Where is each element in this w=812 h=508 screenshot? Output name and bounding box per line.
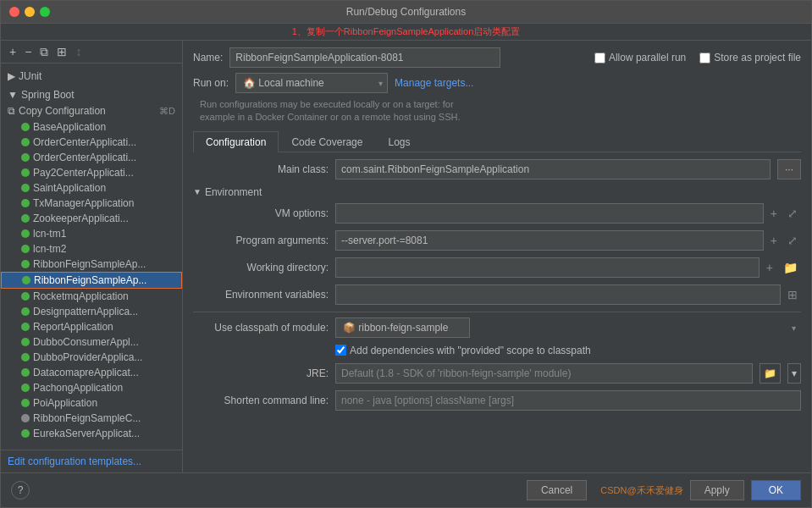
list-item[interactable]: PachongApplication xyxy=(1,380,182,395)
add-config-button[interactable]: + xyxy=(6,44,19,59)
store-as-project-checkbox[interactable] xyxy=(699,52,710,64)
run-on-select[interactable]: 🏠 Local machine xyxy=(235,73,388,93)
main-content: + − ⧉ ⊞ ↕ ▶ JUnit ▼ Spring xyxy=(1,41,811,472)
allow-parallel-label: Allow parallel run xyxy=(609,52,686,64)
action-buttons: Cancel CSDN@禾禾爱健身 Apply OK xyxy=(527,480,801,500)
cancel-button[interactable]: Cancel xyxy=(527,480,587,500)
folder-button[interactable]: ⊞ xyxy=(53,44,70,59)
env-vars-browse-button[interactable]: ⊞ xyxy=(784,286,801,303)
item-label: PoiApplication xyxy=(33,397,97,409)
list-item[interactable]: SaintApplication xyxy=(1,180,182,196)
environment-section-header[interactable]: ▼ Environment xyxy=(193,186,801,198)
list-item[interactable]: RocketmqApplication xyxy=(1,289,182,304)
list-item[interactable]: TxManagerApplication xyxy=(1,196,182,211)
classpath-wrapper: 📦 ribbon-feign-sample xyxy=(335,318,801,338)
list-item[interactable]: DatacomapreApplicat... xyxy=(1,365,182,380)
jre-input[interactable] xyxy=(335,363,753,384)
main-class-browse-button[interactable]: ··· xyxy=(777,159,801,179)
copy-config-label: Copy Configuration xyxy=(19,105,106,117)
dialog-title: Run/Debug Configurations xyxy=(346,6,466,18)
list-item[interactable]: DesignpatternApplica... xyxy=(1,304,182,319)
header-checkboxes: Allow parallel run Store as project file xyxy=(594,52,801,64)
jre-browse-button[interactable]: 📁 xyxy=(760,363,781,384)
run-icon xyxy=(21,292,30,301)
sidebar-tree: ▶ JUnit ▼ Spring Boot ⧉ Copy Configurati… xyxy=(1,64,182,450)
bottom-bar: ? Cancel CSDN@禾禾爱健身 Apply OK xyxy=(1,472,811,507)
apply-button[interactable]: Apply xyxy=(690,480,744,500)
item-label: RibbonFeignSampleAp... xyxy=(34,274,146,286)
junit-group-header[interactable]: ▶ JUnit xyxy=(1,69,182,84)
list-item[interactable]: OrderCenterApplicati... xyxy=(1,135,182,150)
run-icon xyxy=(21,184,30,192)
list-item[interactable]: RibbonFeignSampleC... xyxy=(1,411,182,426)
ok-button[interactable]: OK xyxy=(751,480,801,500)
spring-group-header[interactable]: ▼ Spring Boot xyxy=(1,87,182,102)
working-dir-label: Working directory: xyxy=(193,262,329,273)
minimize-button[interactable] xyxy=(25,7,35,17)
sort-button: ↕ xyxy=(72,44,85,59)
jre-row: JRE: 📁 ▾ xyxy=(193,363,801,384)
copy-config-button[interactable]: ⧉ xyxy=(36,44,52,59)
name-input[interactable] xyxy=(229,47,500,68)
run-on-row: Run on: 🏠 Local machine Manage targets..… xyxy=(193,73,801,93)
tab-logs[interactable]: Logs xyxy=(375,131,423,152)
tab-configuration[interactable]: Configuration xyxy=(193,131,279,152)
remove-config-button[interactable]: − xyxy=(21,44,35,59)
program-args-add-button[interactable]: + xyxy=(767,232,781,249)
tab-code-coverage[interactable]: Code Coverage xyxy=(279,131,375,152)
junit-arrow: ▶ xyxy=(8,70,15,82)
list-item[interactable]: ReportApplication xyxy=(1,319,182,334)
shorten-row: Shorten command line: xyxy=(193,390,801,411)
copy-config-row[interactable]: ⧉ Copy Configuration ⌘D xyxy=(1,102,182,119)
vm-options-field-group: + ⤢ xyxy=(335,203,801,224)
run-icon xyxy=(21,245,30,253)
classpath-select[interactable]: 📦 ribbon-feign-sample xyxy=(335,318,470,338)
program-args-expand-button[interactable]: ⤢ xyxy=(784,232,801,249)
env-vars-field-group: ⊞ xyxy=(335,284,801,305)
edit-templates-link[interactable]: Edit configuration templates... xyxy=(8,456,141,467)
junit-group: ▶ JUnit xyxy=(1,67,182,86)
help-button[interactable]: ? xyxy=(11,481,30,500)
list-item[interactable]: RibbonFeignSampleAp... xyxy=(1,257,182,272)
list-item[interactable]: DubboProviderApplica... xyxy=(1,350,182,365)
main-class-row: Main class: ··· xyxy=(193,159,801,179)
copy-icon: ⧉ xyxy=(8,105,15,117)
item-label: DesignpatternApplica... xyxy=(33,306,138,318)
program-args-input[interactable] xyxy=(335,230,764,251)
vm-options-input[interactable] xyxy=(335,203,764,224)
classpath-row: Use classpath of module: 📦 ribbon-feign-… xyxy=(193,318,801,338)
allow-parallel-checkbox[interactable] xyxy=(594,52,605,64)
vm-options-expand-button[interactable]: ⤢ xyxy=(784,205,801,222)
working-dir-input[interactable] xyxy=(335,257,760,278)
vm-options-row: VM options: + ⤢ xyxy=(193,203,801,224)
list-item[interactable]: OrderCenterApplicati... xyxy=(1,150,182,165)
list-item[interactable]: BaseApplication xyxy=(1,119,182,135)
env-vars-row: Environment variables: ⊞ xyxy=(193,284,801,305)
run-icon xyxy=(21,323,30,331)
jre-dropdown-button[interactable]: ▾ xyxy=(787,363,801,384)
window-controls xyxy=(9,7,50,17)
working-dir-folder-button[interactable]: 📁 xyxy=(780,259,801,276)
selected-list-item[interactable]: RibbonFeignSampleAp... xyxy=(1,272,182,289)
list-item[interactable]: lcn-tm1 xyxy=(1,226,182,241)
run-icon xyxy=(21,368,30,377)
list-item[interactable]: ZookeeperApplicati... xyxy=(1,211,182,226)
manage-targets-link[interactable]: Manage targets... xyxy=(395,77,473,89)
env-vars-input[interactable] xyxy=(335,284,781,305)
allow-parallel-row: Allow parallel run xyxy=(594,52,686,64)
separator xyxy=(193,312,801,312)
list-item[interactable]: EurekaServerApplicat... xyxy=(1,426,182,441)
list-item[interactable]: DubboConsumerAppl... xyxy=(1,334,182,350)
item-label: RocketmqApplication xyxy=(33,290,129,302)
shorten-input[interactable] xyxy=(335,390,801,411)
list-item[interactable]: Pay2CenterApplicati... xyxy=(1,165,182,180)
add-deps-checkbox[interactable] xyxy=(335,345,346,356)
vm-options-add-button[interactable]: + xyxy=(767,205,781,222)
close-button[interactable] xyxy=(9,7,19,17)
maximize-button[interactable] xyxy=(40,7,50,17)
working-dir-add-button[interactable]: + xyxy=(763,259,776,276)
run-icon xyxy=(21,199,30,207)
list-item[interactable]: PoiApplication xyxy=(1,395,182,411)
main-class-input[interactable] xyxy=(335,159,771,179)
list-item[interactable]: lcn-tm2 xyxy=(1,241,182,257)
